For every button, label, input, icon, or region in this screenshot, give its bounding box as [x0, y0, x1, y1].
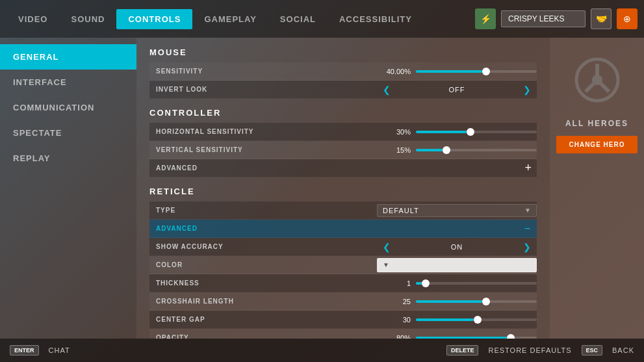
color-picker-arrow-icon: ▼ [383, 261, 389, 268]
horiz-sens-slider-track[interactable] [416, 131, 537, 133]
crosshair-length-label: CROSSHAIR LENGTH [149, 294, 377, 309]
controller-advanced-expand-btn[interactable]: + [519, 161, 537, 175]
vert-sens-row: VERTICAL SENSITIVITY 15% [149, 141, 537, 159]
sensitivity-row: SENSITIVITY 40.00% [149, 62, 537, 81]
crosshair-length-slider-thumb[interactable] [482, 298, 490, 305]
crosshair-length-slider-track[interactable] [416, 300, 537, 303]
invert-look-prev-btn[interactable]: ❮ [380, 84, 394, 95]
reticle-type-control[interactable]: DEFAULT ▼ [377, 204, 537, 217]
reticle-section-header: RETICLE [149, 187, 537, 196]
color-picker[interactable]: ▼ [377, 258, 537, 272]
show-accuracy-value: ON [451, 243, 463, 251]
center-gap-value: 30 [377, 316, 416, 324]
sidebar-item-interface[interactable]: INTERFACE [0, 70, 136, 95]
sidebar-item-communication[interactable]: COMMUNICATION [0, 95, 136, 120]
back-label[interactable]: BACK [612, 346, 634, 354]
thickness-control[interactable] [416, 282, 537, 285]
vert-sens-control[interactable] [416, 149, 537, 151]
esc-key: ESC [582, 345, 603, 356]
reticle-advanced-collapse-icon[interactable]: − [518, 223, 537, 235]
username-display: CRISPY LEEKS [501, 10, 586, 27]
show-accuracy-label: SHOW ACCURACY [149, 239, 377, 254]
friend-icon-btn[interactable]: 🤝 [591, 8, 612, 29]
crosshair-length-value: 25 [377, 298, 416, 305]
thickness-label: THICKNESS [149, 276, 377, 291]
enter-key: ENTER [10, 345, 39, 356]
horiz-sens-slider-thumb[interactable] [467, 128, 474, 136]
tab-video[interactable]: VIDEO [6, 9, 59, 29]
tab-accessibility[interactable]: ACCESSIBILITY [328, 9, 424, 29]
main-layout: GENERAL INTERFACE COMMUNICATION SPECTATE… [0, 38, 644, 339]
reticle-type-select[interactable]: DEFAULT ▼ [377, 204, 537, 217]
bottom-bar: ENTER CHAT DELETE RESTORE DEFAULTS ESC B… [0, 339, 644, 362]
invert-look-row: INVERT LOOK ❮ OFF ❯ [149, 81, 537, 99]
restore-defaults-label[interactable]: RESTORE DEFAULTS [488, 346, 571, 354]
crosshair-length-control[interactable] [416, 300, 537, 303]
reticle-advanced-row: ADVANCED − [149, 220, 537, 238]
thickness-value: 1 [377, 279, 416, 287]
vert-sens-slider-track[interactable] [416, 149, 537, 151]
invert-look-control: ❮ OFF ❯ [377, 84, 537, 95]
center-gap-slider-thumb[interactable] [474, 316, 482, 324]
reticle-type-row: TYPE DEFAULT ▼ [149, 201, 537, 220]
show-accuracy-control: ❮ ON ❯ [377, 242, 537, 252]
chat-label: CHAT [49, 346, 70, 354]
show-accuracy-row: SHOW ACCURACY ❮ ON ❯ [149, 238, 537, 256]
thickness-slider-fill [416, 282, 422, 285]
sensitivity-slider-track[interactable] [416, 70, 537, 73]
reticle-type-value: DEFAULT [383, 207, 419, 214]
horiz-sens-row: HORIZONTAL SENSITIVITY 30% [149, 123, 537, 141]
controller-advanced-row: ADVANCED + [149, 159, 537, 177]
controller-advanced-label: ADVANCED [149, 161, 377, 175]
top-nav: VIDEO SOUND CONTROLS GAMEPLAY SOCIAL ACC… [0, 0, 644, 38]
vert-sens-value: 15% [377, 146, 416, 154]
opacity-value: 80% [377, 334, 416, 339]
opacity-slider-thumb[interactable] [507, 334, 515, 339]
sensitivity-label: SENSITIVITY [149, 64, 377, 79]
sensitivity-slider-thumb[interactable] [482, 68, 490, 75]
reticle-type-arrow-icon: ▼ [524, 207, 531, 214]
invert-look-value: OFF [449, 86, 465, 94]
sensitivity-slider-fill [416, 70, 482, 73]
horiz-sens-label: HORIZONTAL SENSITIVITY [149, 124, 377, 139]
center-gap-slider-track[interactable] [416, 318, 537, 321]
tab-gameplay[interactable]: GAMEPLAY [192, 9, 268, 29]
horiz-sens-control[interactable] [416, 131, 537, 133]
show-accuracy-next-btn[interactable]: ❯ [520, 242, 534, 252]
thickness-slider-thumb[interactable] [422, 279, 430, 287]
invert-look-next-btn[interactable]: ❯ [520, 84, 534, 95]
controller-section-header: CONTROLLER [149, 108, 537, 118]
sidebar-item-spectate[interactable]: SPECTATE [0, 120, 136, 146]
show-accuracy-prev-btn[interactable]: ❮ [380, 242, 394, 252]
tab-controls[interactable]: CONTROLS [116, 9, 192, 29]
reticle-type-label: TYPE [149, 203, 377, 218]
color-control[interactable]: ▼ [377, 258, 537, 272]
overwatch-icon-btn[interactable]: ⊕ [617, 8, 638, 29]
tab-social[interactable]: SOCIAL [268, 9, 328, 29]
sidebar-item-replay[interactable]: REPLAY [0, 146, 136, 171]
color-label: COLOR [149, 257, 377, 272]
content-area: MOUSE SENSITIVITY 40.00% INVERT LOOK ❮ O… [136, 38, 550, 339]
sensitivity-control[interactable] [416, 70, 537, 73]
crosshair-length-row: CROSSHAIR LENGTH 25 [149, 292, 537, 311]
vert-sens-label: VERTICAL SENSITIVITY [149, 142, 377, 157]
horiz-sens-slider-fill [416, 131, 467, 133]
tab-sound[interactable]: SOUND [59, 9, 116, 29]
center-gap-label: CENTER GAP [149, 312, 377, 327]
overwatch-logo-icon [571, 54, 623, 106]
sidebar-item-general[interactable]: GENERAL [0, 44, 136, 70]
crosshair-length-slider-fill [416, 300, 482, 303]
user-avatar: ⚡ [475, 8, 496, 29]
center-gap-row: CENTER GAP 30 [149, 311, 537, 329]
all-heroes-label: ALL HEROES [565, 119, 628, 128]
vert-sens-slider-thumb[interactable] [443, 146, 450, 154]
invert-look-label: INVERT LOOK [149, 82, 377, 97]
horiz-sens-value: 30% [377, 128, 416, 136]
right-panel: ALL HEROES CHANGE HERO [550, 38, 644, 339]
reticle-advanced-label[interactable]: ADVANCED [149, 221, 518, 236]
opacity-label: OPACITY [149, 330, 377, 339]
thickness-row: THICKNESS 1 [149, 274, 537, 292]
change-hero-button[interactable]: CHANGE HERO [556, 136, 638, 153]
thickness-slider-track[interactable] [416, 282, 537, 285]
center-gap-control[interactable] [416, 318, 537, 321]
